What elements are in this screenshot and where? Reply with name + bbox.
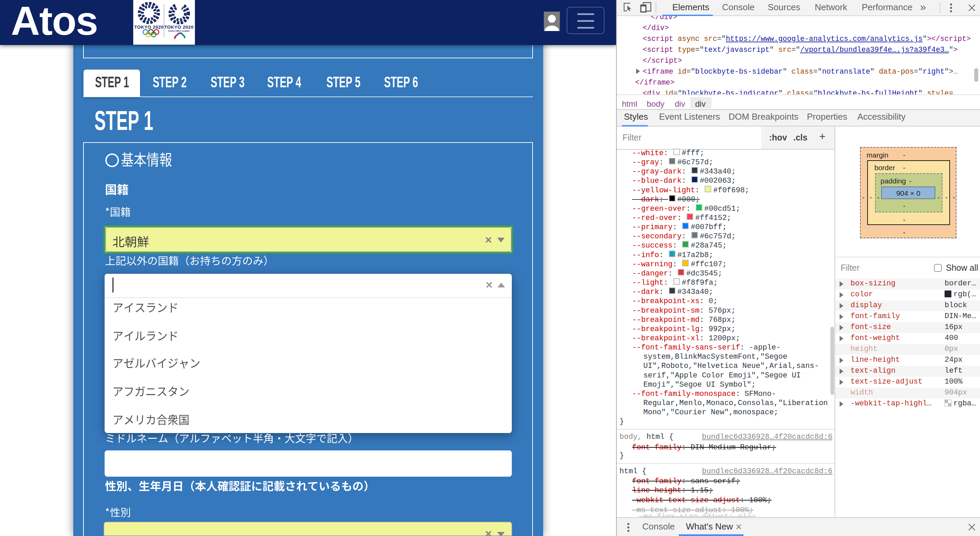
svg-text:TOKYO 2020: TOKYO 2020 <box>164 24 194 30</box>
svg-text:TOKYO 2020: TOKYO 2020 <box>134 24 164 30</box>
svg-text:PARALYMPIC GAMES: PARALYMPIC GAMES <box>168 30 189 32</box>
